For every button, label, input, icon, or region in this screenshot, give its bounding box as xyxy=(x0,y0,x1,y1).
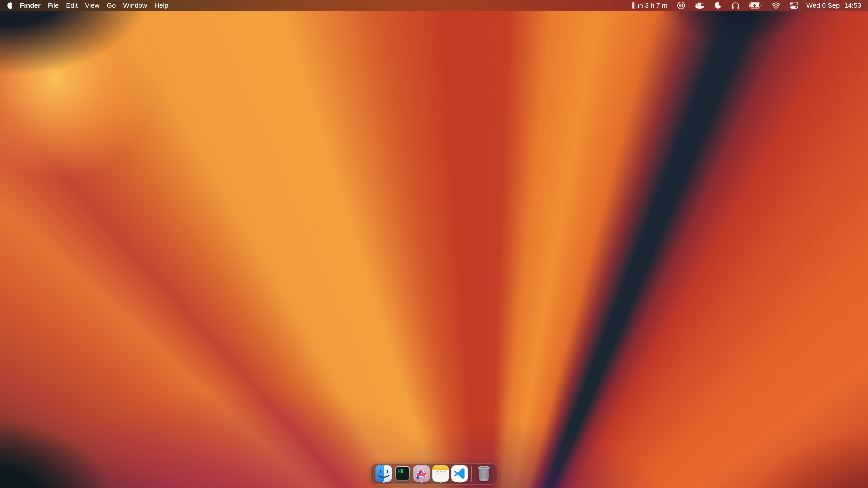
menu-item-help[interactable]: Help xyxy=(151,0,172,11)
svg-text:$: $ xyxy=(397,468,400,473)
dock-trash[interactable] xyxy=(474,464,494,484)
running-indicator xyxy=(440,481,442,483)
menu-item-go[interactable]: Go xyxy=(103,0,119,11)
menu-bar: Finder File Edit View Go Window Help in … xyxy=(0,0,868,11)
moon-focus-icon xyxy=(714,2,722,9)
dock-divider xyxy=(471,466,472,482)
docker-whale-icon xyxy=(694,1,705,9)
control-center-icon xyxy=(790,2,798,9)
dock-app-finder[interactable] xyxy=(374,464,393,484)
timer-countdown-text: in 3 h 7 m xyxy=(638,2,668,9)
wifi-menu[interactable] xyxy=(772,2,780,9)
wifi-icon xyxy=(772,2,780,9)
dock-app-vscode[interactable] xyxy=(450,464,469,484)
dock-app-terminal[interactable]: $ xyxy=(393,464,412,484)
docker-menu[interactable] xyxy=(694,1,705,9)
battery-charging-icon xyxy=(749,2,762,8)
running-indicator xyxy=(421,481,423,483)
apple-logo-icon xyxy=(7,1,13,9)
battery-menu[interactable] xyxy=(749,2,762,8)
menu-item-window[interactable]: Window xyxy=(119,0,151,11)
terminal-icon: $ xyxy=(395,465,411,482)
menu-item-finder[interactable]: Finder xyxy=(15,0,44,11)
apple-menu[interactable] xyxy=(6,1,15,9)
onepassword-menu[interactable] xyxy=(677,1,685,9)
control-center-menu[interactable] xyxy=(790,2,798,9)
dock-app-arc[interactable] xyxy=(412,464,431,484)
menu-bar-clock[interactable]: Wed 6 Sep 14:53 xyxy=(806,2,861,9)
focus-menu[interactable] xyxy=(714,2,722,9)
notes-icon xyxy=(432,465,449,482)
headphones-menu[interactable] xyxy=(731,2,740,9)
dock: $ xyxy=(370,463,498,485)
menu-item-view[interactable]: View xyxy=(81,0,103,11)
1password-icon xyxy=(677,1,685,9)
arc-browser-icon xyxy=(413,465,430,482)
desktop-wallpaper xyxy=(0,0,868,488)
menu-item-file[interactable]: File xyxy=(44,0,62,11)
finder-icon xyxy=(375,465,392,482)
running-indicator xyxy=(383,481,385,483)
menu-item-edit[interactable]: Edit xyxy=(62,0,81,11)
timer-pill-icon xyxy=(632,2,634,9)
dock-app-notes[interactable] xyxy=(431,464,450,484)
vscode-icon xyxy=(452,465,468,482)
timer-status[interactable]: in 3 h 7 m xyxy=(632,2,668,9)
time-text: 14:53 xyxy=(844,2,861,9)
menu-bar-left: Finder File Edit View Go Window Help xyxy=(6,0,172,11)
headphones-icon xyxy=(731,2,740,9)
date-text: Wed 6 Sep xyxy=(806,2,840,9)
menu-bar-status: in 3 h 7 m xyxy=(632,1,861,9)
running-indicator xyxy=(459,481,461,483)
trash-icon xyxy=(477,465,491,482)
